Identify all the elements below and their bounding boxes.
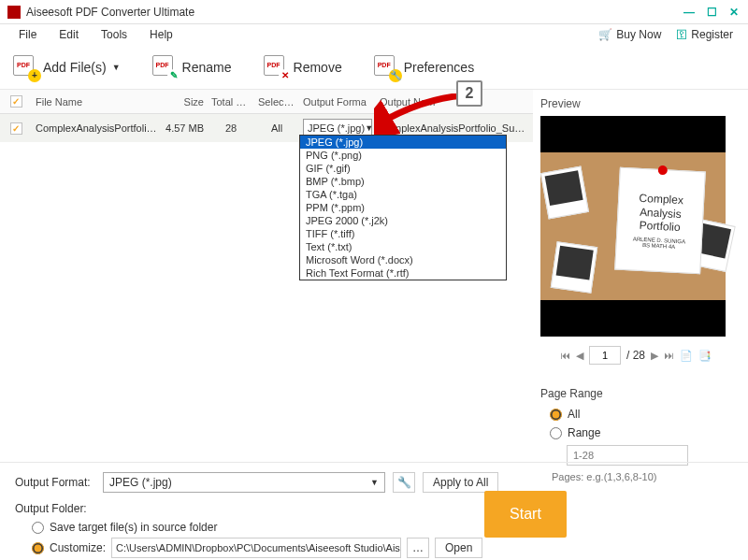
title-bar: Aiseesoft PDF Converter Ultimate — ☐ ✕	[0, 0, 748, 24]
cart-icon: 🛒	[598, 28, 612, 41]
format-option[interactable]: TIFF (*.tiff)	[300, 227, 506, 240]
page-doc-icon[interactable]: 📄	[680, 350, 693, 362]
add-files-button[interactable]: + Add File(s) ▼	[13, 55, 121, 79]
add-files-label: Add File(s)	[43, 60, 107, 75]
page-input[interactable]	[589, 346, 621, 365]
buy-now-label: Buy Now	[616, 28, 661, 41]
register-label: Register	[691, 28, 733, 41]
preferences-label: Preferences	[404, 60, 474, 75]
chevron-down-icon: ▼	[112, 63, 121, 72]
page-export-icon[interactable]: 📑	[698, 350, 712, 362]
range-all-radio[interactable]	[550, 409, 562, 421]
format-option[interactable]: Text (*.txt)	[300, 240, 506, 253]
maximize-button[interactable]: ☐	[705, 6, 718, 19]
last-page-button[interactable]: ⏭	[664, 350, 674, 361]
toolbar: + Add File(s) ▼ ✎ Rename ✕ Remove 🔧 Pref…	[0, 45, 748, 90]
output-format-label: Output Format:	[15, 476, 95, 489]
first-page-button[interactable]: ⏮	[560, 350, 570, 361]
col-size[interactable]: Size	[161, 96, 208, 108]
open-label: Open	[445, 541, 472, 554]
cell-filename: ComplexAnalysisPortfolio_S...	[32, 122, 161, 134]
apply-to-all-button[interactable]: Apply to All	[423, 472, 498, 493]
chevron-down-icon: ▼	[365, 123, 373, 133]
start-label: Start	[510, 506, 541, 523]
format-settings-button[interactable]: 🔧	[393, 472, 415, 493]
format-option[interactable]: JPEG (*.jpg)	[300, 136, 506, 149]
range-all-option[interactable]: All	[540, 408, 731, 421]
output-format-value: JPEG (*.jpg)	[109, 476, 172, 489]
format-option[interactable]: JPEG 2000 (*.j2k)	[300, 214, 506, 227]
col-selected[interactable]: Selected	[254, 96, 299, 108]
col-filename[interactable]: File Name	[32, 96, 161, 108]
range-all-label: All	[568, 408, 580, 421]
wrench-icon: 🔧	[389, 69, 402, 82]
minimize-button[interactable]: —	[683, 6, 696, 19]
output-folder-label: Output Folder:	[15, 502, 733, 515]
preview-panel: Preview ComplexAnalysisPortfolio ARLENE …	[533, 90, 748, 462]
format-dropdown[interactable]: JPEG (*.jpg) PNG (*.png) GIF (*.gif) BMP…	[299, 135, 507, 280]
customize-label: Customize:	[50, 541, 106, 554]
open-folder-button[interactable]: Open	[435, 538, 482, 558]
range-custom-radio[interactable]	[550, 427, 562, 439]
pencil-icon: ✎	[167, 69, 180, 82]
range-custom-label: Range	[568, 426, 600, 439]
app-logo-icon	[7, 6, 21, 19]
remove-label: Remove	[294, 60, 342, 75]
chevron-down-icon: ▼	[370, 478, 379, 487]
note-line3: Portfolio	[639, 219, 681, 234]
cell-size: 4.57 MB	[161, 122, 208, 134]
save-source-option[interactable]: Save target file(s) in source folder	[32, 521, 733, 534]
buy-now-link[interactable]: 🛒 Buy Now	[591, 26, 669, 43]
arrow-annotation	[374, 93, 468, 135]
x-icon: ✕	[279, 69, 292, 82]
browse-button[interactable]: …	[407, 538, 429, 558]
plus-icon: +	[28, 69, 41, 82]
rename-label: Rename	[182, 60, 232, 75]
customize-option[interactable]: Customize: C:\Users\ADMIN\Dropbox\PC\Doc…	[32, 538, 733, 558]
menu-bar: File Edit Tools Help 🛒 Buy Now ⚿ Registe…	[0, 24, 748, 45]
format-option[interactable]: GIF (*.gif)	[300, 162, 506, 175]
page-total: / 28	[626, 349, 645, 362]
app-title: Aiseesoft PDF Converter Ultimate	[26, 6, 683, 19]
start-button[interactable]: Start	[484, 491, 567, 538]
format-option[interactable]: BMP (*.bmp)	[300, 175, 506, 188]
preferences-button[interactable]: 🔧 Preferences	[374, 55, 474, 79]
key-icon: ⚿	[676, 28, 687, 41]
bottom-bar: Output Format: JPEG (*.jpg) ▼ 🔧 Apply to…	[0, 462, 748, 559]
select-all-checkbox[interactable]	[10, 95, 22, 108]
menu-help[interactable]: Help	[138, 26, 184, 43]
range-custom-option[interactable]: Range	[540, 426, 731, 439]
col-totalpage[interactable]: Total Pag	[208, 96, 254, 108]
customize-radio[interactable]	[32, 542, 44, 554]
cell-totalpage: 28	[208, 122, 254, 134]
preview-title: Preview	[540, 97, 731, 110]
col-outputformat[interactable]: Output Forma	[299, 96, 376, 108]
format-option[interactable]: Rich Text Format (*.rtf)	[300, 266, 506, 280]
apply-label: Apply to All	[433, 476, 488, 489]
row-format-value: JPEG (*.jpg)	[308, 122, 365, 134]
output-path-field[interactable]: C:\Users\ADMIN\Dropbox\PC\Documents\Aise…	[111, 538, 401, 558]
format-option[interactable]: PPM (*.ppm)	[300, 201, 506, 214]
rename-button[interactable]: ✎ Rename	[152, 55, 232, 79]
save-source-radio[interactable]	[32, 522, 44, 534]
register-link[interactable]: ⚿ Register	[669, 26, 741, 43]
preview-nav: ⏮ ◀ / 28 ▶ ⏭ 📄 📑	[540, 346, 731, 365]
menu-edit[interactable]: Edit	[48, 26, 90, 43]
remove-button[interactable]: ✕ Remove	[264, 55, 342, 79]
output-format-select[interactable]: JPEG (*.jpg) ▼	[103, 472, 385, 493]
note-sub2: BS MATH 4A	[642, 242, 676, 250]
prev-page-button[interactable]: ◀	[576, 350, 583, 362]
menu-file[interactable]: File	[7, 26, 48, 43]
next-page-button[interactable]: ▶	[651, 350, 658, 362]
save-source-label: Save target file(s) in source folder	[50, 521, 217, 534]
cell-selected: All	[254, 122, 299, 134]
format-option[interactable]: TGA (*.tga)	[300, 188, 506, 201]
menu-tools[interactable]: Tools	[90, 26, 138, 43]
format-option[interactable]: PNG (*.png)	[300, 149, 506, 162]
preview-image: ComplexAnalysisPortfolio ARLENE D. SUNIG…	[540, 116, 726, 337]
row-checkbox[interactable]	[10, 122, 22, 135]
format-option[interactable]: Microsoft Word (*.docx)	[300, 253, 506, 266]
close-button[interactable]: ✕	[727, 6, 741, 19]
page-range-title: Page Range	[540, 387, 731, 400]
wrench-icon: 🔧	[397, 476, 411, 489]
